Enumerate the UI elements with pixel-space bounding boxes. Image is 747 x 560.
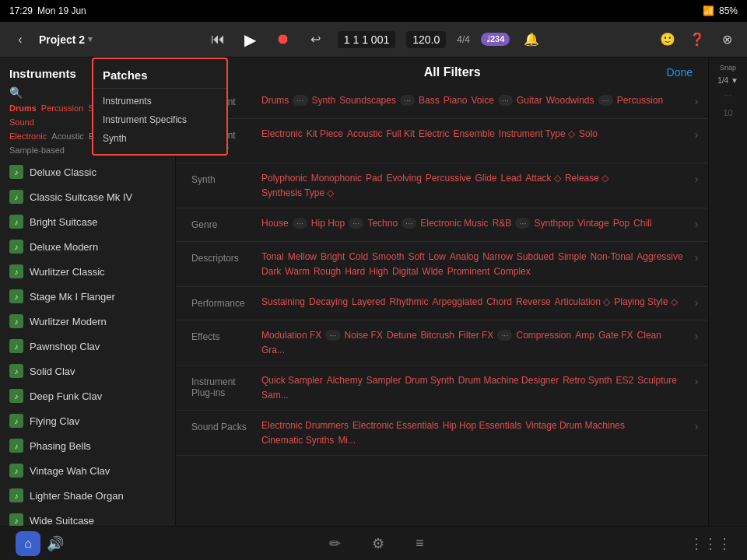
filter-tag-4-21[interactable]: Complex bbox=[493, 266, 530, 277]
filter-section-arrow[interactable]: › bbox=[689, 415, 708, 432]
filter-tag-1-4[interactable]: Electric bbox=[419, 128, 449, 139]
filter-tag-4-13[interactable]: Dark bbox=[261, 266, 281, 277]
filter-tag-6-10[interactable]: Clean bbox=[637, 330, 661, 341]
filter-tag-4-9[interactable]: Subdued bbox=[517, 251, 554, 262]
filter-section-arrow[interactable]: › bbox=[689, 213, 708, 230]
filter-tag-6-5[interactable]: Filter FX bbox=[458, 330, 493, 341]
instrument-item[interactable]: ♪Wide Suitcase bbox=[0, 508, 175, 526]
filter-section-arrow[interactable]: › bbox=[689, 370, 708, 387]
rewind-button[interactable]: ⏮ bbox=[207, 29, 229, 51]
filter-tag-6-4[interactable]: Bitcrush bbox=[421, 330, 454, 341]
filter-tab-sound[interactable]: Sound bbox=[9, 117, 34, 127]
filter-tag-8-1[interactable]: Electronic Essentials bbox=[352, 420, 439, 431]
filter-tag-4-14[interactable]: Warm bbox=[285, 266, 310, 277]
filter-tab-percussion[interactable]: Percussion bbox=[41, 103, 83, 113]
filter-tag-1-0[interactable]: Electronic bbox=[261, 128, 303, 139]
filter-tag-3-9[interactable]: Synthpop bbox=[534, 218, 573, 229]
filter-tag-0-10[interactable]: Woodwinds bbox=[546, 95, 594, 106]
instrument-item[interactable]: ♪Phasing Bells bbox=[0, 433, 175, 458]
instrument-item[interactable]: ♪Deluxe Classic bbox=[0, 159, 175, 184]
filter-more-dots[interactable]: ··· bbox=[402, 218, 416, 229]
filter-tag-7-5[interactable]: Retro Synth bbox=[563, 375, 612, 386]
filter-tag-7-4[interactable]: Drum Machine Designer bbox=[458, 375, 559, 386]
filter-tag-7-1[interactable]: Alchemy bbox=[327, 375, 363, 386]
key-badge[interactable]: ♩234 bbox=[481, 33, 510, 46]
filter-tag-2-5[interactable]: Glide bbox=[475, 173, 497, 184]
filter-tag-7-0[interactable]: Quick Sampler bbox=[261, 375, 323, 386]
filter-section-arrow[interactable]: › bbox=[689, 124, 708, 141]
filter-tag-0-7[interactable]: Voice bbox=[472, 95, 494, 106]
type-tab-electronic[interactable]: Electronic bbox=[9, 131, 47, 141]
help-icon[interactable]: ❓ bbox=[686, 29, 708, 51]
record-button[interactable]: ⏺ bbox=[272, 29, 294, 51]
filter-tag-4-3[interactable]: Cold bbox=[349, 251, 368, 262]
filter-tag-4-7[interactable]: Analog bbox=[450, 251, 479, 262]
instrument-item[interactable]: ♪Vintage Wah Clav bbox=[0, 458, 175, 483]
instrument-item[interactable]: ♪Wurlitzer Modern bbox=[0, 309, 175, 334]
home-icon-button[interactable]: ⌂ bbox=[16, 531, 40, 556]
filter-tag-0-9[interactable]: Guitar bbox=[517, 95, 542, 106]
filter-tag-4-5[interactable]: Soft bbox=[408, 251, 424, 262]
instrument-item[interactable]: ♪Bright Suitcase bbox=[0, 209, 175, 234]
filter-tag-3-2[interactable]: Hip Hop bbox=[311, 218, 345, 229]
eq-icon[interactable]: ≡ bbox=[416, 535, 424, 551]
filter-tag-4-1[interactable]: Mellow bbox=[288, 251, 317, 262]
filter-tag-5-4[interactable]: Arpeggiated bbox=[432, 296, 482, 307]
gear-icon[interactable]: ⚙ bbox=[372, 535, 384, 552]
filter-tag-2-2[interactable]: Pad bbox=[366, 173, 382, 184]
filter-tag-5-2[interactable]: Layered bbox=[352, 296, 385, 307]
filter-tag-0-12[interactable]: Percussion bbox=[617, 95, 663, 106]
instrument-item[interactable]: ♪Wurlitzer Classic bbox=[0, 259, 175, 284]
filter-tag-5-3[interactable]: Rhythmic bbox=[389, 296, 428, 307]
filter-tag-6-0[interactable]: Modulation FX bbox=[261, 330, 321, 341]
filter-more-dots[interactable]: ··· bbox=[349, 218, 363, 229]
filter-tag-3-6[interactable]: Electronic Music bbox=[420, 218, 488, 229]
filter-tag-8-0[interactable]: Electronic Drummers bbox=[261, 420, 349, 431]
filter-tag-1-3[interactable]: Full Kit bbox=[386, 128, 415, 139]
filter-tag-4-2[interactable]: Bright bbox=[321, 251, 345, 262]
instrument-item[interactable]: ♪Pawnshop Clav bbox=[0, 334, 175, 359]
filter-tag-1-7[interactable]: Solo bbox=[579, 128, 598, 139]
filter-tag-1-5[interactable]: Ensemble bbox=[453, 128, 494, 139]
speaker-icon[interactable]: 🔊 bbox=[47, 535, 64, 552]
filter-tag-4-19[interactable]: Wide bbox=[422, 266, 443, 277]
filter-tag-5-1[interactable]: Decaying bbox=[309, 296, 348, 307]
filter-tag-1-1[interactable]: Kit Piece bbox=[307, 128, 343, 139]
instrument-item[interactable]: ♪Deluxe Modern bbox=[0, 234, 175, 259]
filter-tag-6-11[interactable]: Gra... bbox=[261, 345, 285, 355]
filter-tag-2-7[interactable]: Attack ◇ bbox=[525, 173, 561, 184]
filter-tag-2-3[interactable]: Evolving bbox=[386, 173, 421, 184]
filter-tag-5-6[interactable]: Reverse bbox=[516, 296, 551, 307]
filter-more-dots[interactable]: ··· bbox=[497, 330, 512, 341]
filter-tag-4-20[interactable]: Prominent bbox=[447, 266, 490, 277]
patches-tab-instruments[interactable]: Instruments bbox=[93, 92, 226, 110]
back-nav-button[interactable]: ‹ bbox=[9, 29, 31, 51]
snap-value[interactable]: 1/4 ▼ bbox=[717, 76, 738, 85]
pencil-icon[interactable]: ✏ bbox=[329, 535, 341, 552]
filter-tag-5-0[interactable]: Sustaining bbox=[261, 296, 305, 307]
smiley-icon[interactable]: 🙂 bbox=[657, 29, 679, 51]
filter-tag-0-3[interactable]: Soundscapes bbox=[339, 95, 396, 106]
filter-tag-4-18[interactable]: Digital bbox=[392, 266, 418, 277]
filter-tag-7-8[interactable]: Sam... bbox=[261, 390, 289, 401]
filter-tag-6-9[interactable]: Gate FX bbox=[598, 330, 633, 341]
filter-more-dots[interactable]: ··· bbox=[598, 95, 613, 106]
metronome-button[interactable]: 🔔 bbox=[521, 29, 542, 51]
filter-tag-4-4[interactable]: Smooth bbox=[372, 251, 404, 262]
filter-tag-2-0[interactable]: Polyphonic bbox=[261, 173, 307, 184]
filter-tag-3-10[interactable]: Vintage bbox=[577, 218, 608, 229]
type-tab-sample[interactable]: Sample-based bbox=[9, 145, 65, 155]
filter-tag-3-4[interactable]: Techno bbox=[367, 218, 398, 229]
filter-tag-0-0[interactable]: Drums bbox=[261, 95, 289, 106]
filter-more-dots[interactable]: ··· bbox=[498, 95, 513, 106]
filter-tag-8-5[interactable]: Mi... bbox=[338, 435, 356, 446]
filter-tag-1-6[interactable]: Instrument Type ◇ bbox=[499, 128, 575, 139]
filter-tag-4-17[interactable]: High bbox=[369, 266, 388, 277]
filter-tag-2-1[interactable]: Monophonic bbox=[311, 173, 362, 184]
filter-section-arrow[interactable]: › bbox=[689, 168, 708, 185]
filter-tag-4-12[interactable]: Aggressive bbox=[637, 251, 682, 262]
filter-tag-4-0[interactable]: Tonal bbox=[261, 251, 284, 262]
filter-tag-8-4[interactable]: Cinematic Synths bbox=[261, 435, 334, 446]
instrument-item[interactable]: ♪Stage Mk I Flanger bbox=[0, 284, 175, 309]
filter-tab-drums[interactable]: Drums bbox=[9, 103, 37, 113]
